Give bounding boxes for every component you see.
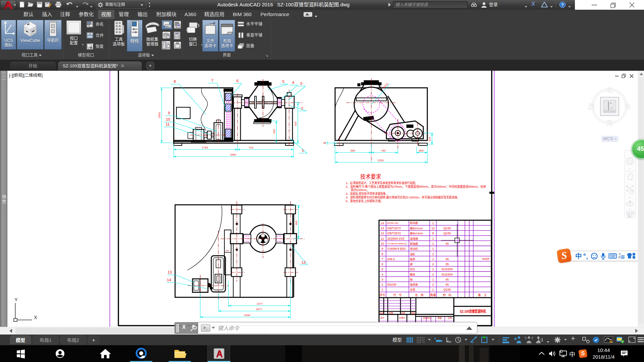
svg-text:12: 12: [381, 232, 384, 235]
svg-text:12: 12: [302, 260, 306, 264]
svg-text:1: 1: [432, 247, 434, 250]
svg-text:SUS304: SUS304: [441, 267, 453, 271]
svg-text:轴: 轴: [410, 278, 413, 281]
svg-text:材 料: 材 料: [443, 293, 451, 297]
svg-text:比例: 比例: [448, 317, 452, 319]
svg-text:JZQ500-2VZ: JZQ500-2VZ: [387, 237, 405, 240]
svg-text:+: +: [434, 336, 436, 341]
svg-text:标记: 标记: [380, 312, 384, 314]
svg-text:Y: Y: [14, 297, 18, 302]
svg-text:1477: 1477: [257, 302, 263, 305]
svg-text:325: 325: [428, 137, 431, 141]
svg-text:键: 键: [410, 262, 413, 266]
svg-text:Q235: Q235: [443, 288, 451, 291]
svg-text:,: ,: [586, 253, 588, 260]
svg-text:7: 7: [211, 78, 213, 82]
svg-text:14: 14: [167, 278, 171, 282]
svg-text:!: !: [610, 340, 611, 343]
svg-text:Q235: Q235: [443, 232, 451, 235]
svg-text:3: 3: [300, 81, 302, 85]
svg-text:滚动轴承: 滚动轴承: [482, 257, 490, 260]
svg-text:DC09-101: DC09-101: [387, 222, 398, 225]
svg-text:9: 9: [381, 247, 383, 250]
svg-text:6: 6: [236, 79, 238, 83]
svg-text:248-2: 248-2: [387, 257, 395, 261]
svg-text:重量: 重量: [438, 317, 442, 319]
svg-text:减速器: 减速器: [410, 237, 418, 240]
svg-text:Y160M-6 B20: Y160M-6 B20: [387, 247, 406, 250]
svg-text:支架: 支架: [410, 288, 415, 291]
svg-text:轴承座: 轴承座: [410, 283, 418, 286]
svg-text:550: 550: [351, 149, 355, 152]
svg-text:5: 5: [381, 267, 383, 271]
svg-text:10: 10: [166, 117, 170, 121]
svg-text:10: 10: [381, 242, 384, 245]
svg-text:GB/T2672: GB/T2672: [387, 227, 401, 230]
svg-text:460: 460: [295, 221, 298, 225]
svg-text:1: 1: [432, 237, 434, 240]
svg-text:轴承: 轴承: [410, 257, 415, 261]
svg-text:桶体: 桶体: [410, 273, 415, 276]
svg-text:备 注: 备 注: [478, 293, 487, 297]
svg-text:2、混料桶尺寸:两个圆台上底面直径为270mm，下底面直径8: 2、混料桶尺寸:两个圆台上底面直径为270mm，下底面直径800mm，高为400…: [346, 185, 486, 188]
svg-text:处数: 处数: [389, 312, 393, 314]
svg-text:GB/T2672: GB/T2672: [387, 232, 401, 235]
svg-text:2: 2: [432, 262, 434, 266]
svg-text:螺栓M18x50: 螺栓M18x50: [410, 232, 423, 235]
svg-text:南: 南: [606, 119, 613, 127]
svg-text:1: 1: [432, 222, 434, 225]
svg-text:1: 1: [302, 148, 304, 153]
svg-text:Q235: Q235: [443, 227, 451, 230]
svg-text:13: 13: [381, 227, 384, 230]
svg-text:45: 45: [445, 278, 449, 281]
svg-text:1、必须按照设计、工艺要求及本规定和有关标准进行装配。: 1、必须按照设计、工艺要求及本规定和有关标准进行装配。: [346, 181, 418, 185]
svg-text:2200: 2200: [378, 159, 384, 162]
svg-text:X: X: [34, 315, 37, 320]
svg-text:2434: 2434: [244, 314, 250, 317]
svg-text:?: ?: [561, 2, 564, 7]
svg-text:北: 北: [606, 86, 613, 94]
svg-text:螺栓M10x40: 螺栓M10x40: [410, 227, 423, 230]
svg-text:150: 150: [273, 129, 276, 134]
svg-text:65: 65: [323, 142, 326, 144]
svg-text:1: 1: [432, 278, 434, 281]
svg-text:名 称: 名 称: [415, 293, 424, 297]
svg-text:数量: 数量: [430, 293, 436, 297]
svg-text:760: 760: [381, 149, 386, 152]
svg-text:制动器: 制动器: [410, 221, 418, 225]
svg-text:1754: 1754: [202, 146, 208, 149]
svg-text:12: 12: [431, 227, 435, 230]
svg-text:2: 2: [301, 106, 303, 110]
svg-text:1: 1: [432, 288, 434, 291]
svg-text:9: 9: [168, 111, 170, 115]
svg-text:TL6YB50/42/YB48X112: TL6YB50/42/YB48X112: [387, 243, 407, 245]
svg-text:1677: 1677: [256, 308, 262, 311]
svg-text:SN230: SN230: [387, 283, 396, 286]
svg-text:代 号: 代 号: [393, 293, 402, 297]
svg-text:2: 2: [432, 273, 434, 276]
svg-text:859: 859: [419, 149, 424, 152]
svg-text:11: 11: [381, 237, 384, 240]
svg-text:1: 1: [381, 288, 383, 291]
svg-text:3: 3: [381, 278, 383, 281]
svg-text:油缸: 油缸: [410, 252, 415, 256]
svg-text:电动机: 电动机: [410, 247, 418, 250]
svg-text:联轴器: 联轴器: [410, 242, 418, 245]
svg-text:2: 2: [381, 283, 383, 286]
svg-text:5: 5: [282, 79, 284, 83]
svg-text:3354: 3354: [230, 153, 236, 156]
svg-text:35: 35: [445, 262, 449, 266]
svg-text:1: 1: [432, 267, 434, 271]
svg-text:1: 1: [432, 257, 434, 261]
svg-text:4: 4: [292, 80, 294, 84]
svg-text:2: 2: [432, 283, 434, 286]
svg-text:SZ-100双锥型混料机: SZ-100双锥型混料机: [460, 309, 486, 313]
svg-text:8: 8: [174, 79, 176, 83]
svg-text:封头: 封头: [410, 267, 415, 271]
svg-text:733: 733: [249, 146, 253, 149]
svg-text:西: 西: [589, 103, 595, 110]
svg-text:8: 8: [381, 252, 383, 256]
svg-text:525: 525: [294, 121, 297, 126]
svg-text:45: 45: [445, 257, 449, 261]
svg-text:45: 45: [445, 283, 449, 286]
